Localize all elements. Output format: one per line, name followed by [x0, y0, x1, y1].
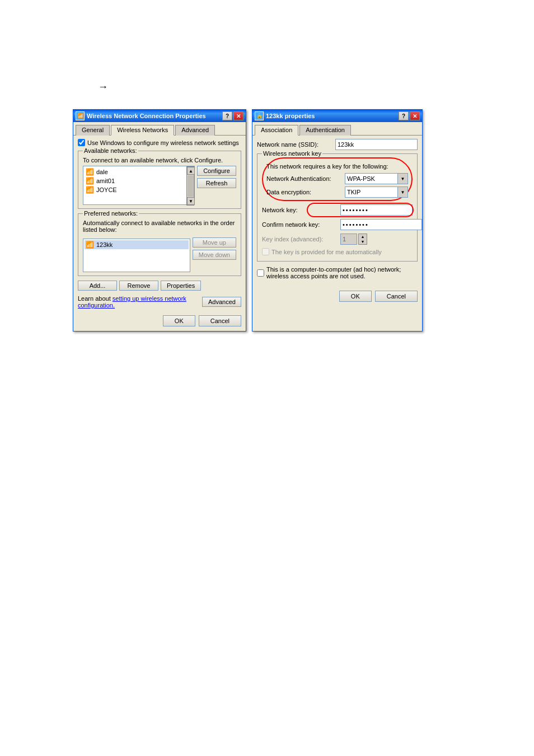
left-dialog-titlebar: 📶 Wireless Network Connection Properties…	[73, 110, 246, 122]
left-tab-bar: General Wireless Networks Advanced	[73, 122, 246, 135]
key-index-label: Key index (advanced):	[262, 236, 340, 242]
remove-button[interactable]: Remove	[119, 281, 158, 291]
confirm-key-row: Confirm network key:	[262, 219, 413, 230]
use-windows-checkbox[interactable]	[78, 139, 85, 146]
network-joyce: JOYCE	[96, 186, 117, 193]
tab-general[interactable]: General	[76, 125, 110, 136]
network-icon-joyce: 📶	[86, 186, 94, 194]
left-dialog-title: Wireless Network Connection Properties	[87, 113, 206, 119]
list-item[interactable]: 📶 amit01	[85, 176, 185, 185]
right-dialog-titlebar: 🔒 123kk properties ? ✕	[252, 110, 422, 122]
key-required-text: This network requires a key for the foll…	[266, 163, 408, 170]
right-dialog-help-btn[interactable]: ?	[399, 111, 409, 120]
learn-about-row: Learn about setting up wireless network …	[78, 295, 241, 309]
tab-wireless-networks[interactable]: Wireless Networks	[111, 125, 174, 136]
scroll-down-arrow[interactable]: ▼	[187, 197, 195, 205]
right-dialog-close-btn[interactable]: ✕	[410, 111, 420, 120]
right-ok-button[interactable]: OK	[339, 291, 372, 302]
tab-advanced[interactable]: Advanced	[175, 125, 215, 136]
preferred-networks-label: Preferred networks:	[83, 210, 139, 217]
preferred-list-item[interactable]: 📶 123kk	[85, 240, 189, 249]
confirm-key-input[interactable]	[340, 219, 422, 230]
network-key-label: Network key:	[262, 207, 340, 213]
auto-key-label: The key is provided for me automatically	[271, 249, 382, 255]
right-dialog-body: Network name (SSID): Wireless network ke…	[252, 135, 422, 287]
network-key-row: Network key:	[262, 204, 413, 216]
auto-key-row: The key is provided for me automatically	[262, 248, 413, 255]
use-windows-label: Use Windows to configure my wireless net…	[87, 139, 239, 146]
scrollbar-thumb	[188, 175, 193, 197]
properties-button[interactable]: Properties	[161, 281, 201, 291]
encryption-value: TKIP	[345, 188, 397, 196]
list-item[interactable]: 📶 dale	[85, 167, 185, 176]
network-dale: dale	[96, 169, 108, 175]
refresh-button[interactable]: Refresh	[197, 178, 236, 188]
auth-value: WPA-PSK	[345, 175, 397, 183]
adhoc-label: This is a computer-to-computer (ad hoc) …	[266, 266, 418, 279]
network-icon: 📶	[76, 111, 85, 120]
available-desc: To connect to an available network, clic…	[83, 157, 236, 164]
network-properties-dialog: 🔒 123kk properties ? ✕ Association Authe…	[252, 109, 423, 332]
network-name-input[interactable]	[335, 139, 418, 150]
preferred-icon-123kk: 📶	[86, 241, 94, 249]
adhoc-checkbox-row: This is a computer-to-computer (ad hoc) …	[257, 266, 418, 279]
tab-authentication[interactable]: Authentication	[299, 125, 351, 136]
encryption-dropdown-arrow[interactable]: ▼	[397, 187, 407, 197]
instruction-arrow: →	[98, 81, 108, 93]
network-name-label: Network name (SSID):	[257, 141, 335, 148]
network-key-input[interactable]	[340, 204, 413, 216]
left-dialog-body: Use Windows to configure my wireless net…	[73, 135, 246, 312]
left-cancel-button[interactable]: Cancel	[199, 315, 241, 326]
encryption-row: Data encryption: TKIP ▼	[266, 186, 408, 198]
learn-about-text: Learn about	[78, 295, 113, 302]
move-up-button[interactable]: Move up	[193, 237, 236, 248]
encryption-select[interactable]: TKIP ▼	[345, 186, 408, 198]
left-dialog-close-btn[interactable]: ✕	[233, 111, 243, 120]
available-networks-group: Available networks: To connect to an ava…	[78, 151, 241, 209]
add-button[interactable]: Add...	[78, 281, 117, 291]
scroll-up-arrow[interactable]: ▲	[187, 167, 195, 175]
bottom-buttons-row: Add... Remove Properties	[78, 281, 241, 291]
key-required-container: This network requires a key for the foll…	[262, 157, 413, 201]
right-dialog-icon: 🔒	[255, 111, 264, 120]
left-dialog-help-btn[interactable]: ?	[222, 111, 232, 120]
right-dialog-title: 123kk properties	[266, 113, 315, 119]
available-list: 📶 dale 📶 amit01 📶 JOYCE	[83, 166, 186, 204]
wireless-key-group: Wireless network key This network requir…	[257, 153, 418, 262]
advanced-button[interactable]: Advanced	[202, 297, 241, 307]
wireless-properties-dialog: 📶 Wireless Network Connection Properties…	[73, 109, 246, 332]
key-index-spinner[interactable]: ▲ ▼	[340, 234, 367, 245]
key-index-input[interactable]	[340, 234, 357, 245]
spinner-arrows: ▲ ▼	[358, 234, 367, 245]
left-ok-button[interactable]: OK	[163, 315, 195, 326]
right-cancel-button[interactable]: Cancel	[375, 291, 418, 302]
confirm-key-label: Confirm network key:	[262, 221, 340, 228]
auth-row: Network Authentication: WPA-PSK ▼	[266, 173, 408, 184]
available-list-wrapper: 📶 dale 📶 amit01 📶 JOYCE	[83, 166, 195, 205]
preferred-networks-group: Preferred networks: Automatically connec…	[78, 213, 241, 276]
configure-button[interactable]: Configure	[197, 166, 236, 176]
tab-association[interactable]: Association	[255, 125, 298, 136]
spinner-down[interactable]: ▼	[359, 239, 367, 244]
right-dialog-footer: OK Cancel	[252, 287, 422, 306]
auto-key-checkbox	[262, 248, 269, 255]
spinner-up[interactable]: ▲	[359, 234, 367, 239]
encryption-label: Data encryption:	[266, 189, 345, 195]
move-down-button[interactable]: Move down	[193, 250, 236, 260]
preferred-network-123kk: 123kk	[96, 241, 113, 248]
auth-dropdown-arrow[interactable]: ▼	[397, 174, 407, 184]
adhoc-checkbox[interactable]	[257, 269, 264, 277]
key-index-row: Key index (advanced): ▲ ▼	[262, 234, 413, 245]
wireless-key-group-label: Wireless network key	[262, 150, 322, 157]
use-windows-checkbox-row: Use Windows to configure my wireless net…	[78, 139, 241, 146]
auth-select[interactable]: WPA-PSK ▼	[345, 173, 408, 184]
network-amit01: amit01	[96, 178, 115, 184]
network-name-row: Network name (SSID):	[257, 139, 418, 150]
preferred-list: 📶 123kk	[83, 239, 190, 272]
preferred-desc: Automatically connect to available netwo…	[83, 220, 236, 233]
list-item[interactable]: 📶 JOYCE	[85, 185, 185, 194]
available-networks-label: Available networks:	[83, 147, 138, 154]
red-oval-annotation: This network requires a key for the foll…	[262, 157, 413, 201]
available-list-scrollbar[interactable]: ▲ ▼	[186, 166, 194, 206]
auth-label: Network Authentication:	[266, 175, 345, 182]
